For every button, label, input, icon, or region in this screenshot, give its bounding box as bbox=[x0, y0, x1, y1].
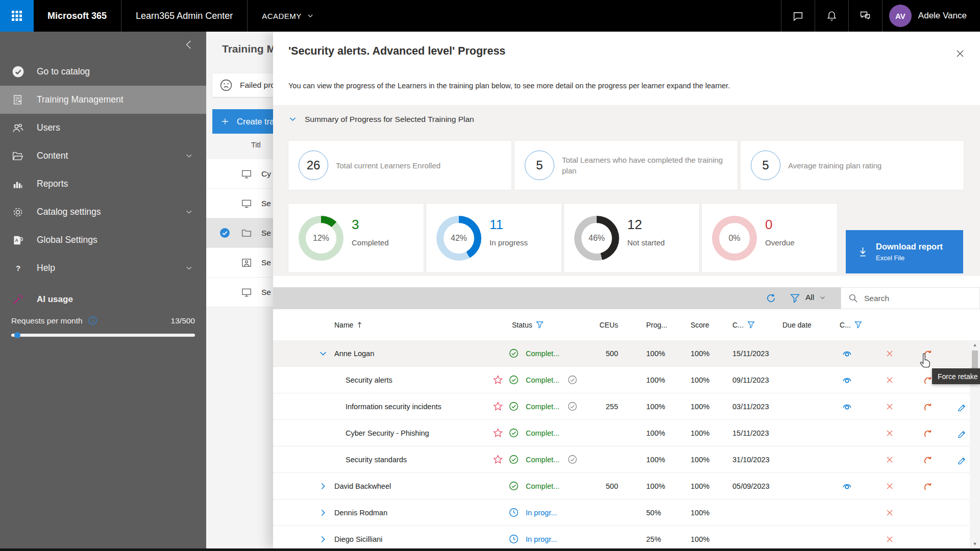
sidebar-item-content[interactable]: Content bbox=[0, 142, 206, 170]
column-completion-date[interactable]: C... bbox=[713, 321, 770, 329]
remove-icon[interactable] bbox=[885, 429, 894, 438]
eye-icon[interactable] bbox=[842, 348, 852, 359]
remove-icon[interactable] bbox=[885, 508, 894, 517]
sidebar-item-training-management[interactable]: Training Management bbox=[0, 86, 206, 114]
chevron-right-icon[interactable] bbox=[318, 508, 328, 517]
sidebar-collapse-button[interactable] bbox=[184, 39, 195, 52]
column-score[interactable]: Score bbox=[667, 321, 713, 329]
donut-chart: 0% bbox=[712, 216, 757, 261]
column-name[interactable]: Name bbox=[334, 321, 487, 329]
force-retake-icon[interactable] bbox=[922, 375, 933, 385]
score-value: 100% bbox=[667, 349, 713, 358]
training-plan-row[interactable]: Se bbox=[206, 278, 273, 307]
learner-name: David Backwheel bbox=[334, 482, 391, 490]
refresh-button[interactable] bbox=[766, 293, 776, 304]
sidebar-item-help[interactable]: ?Help bbox=[0, 254, 206, 282]
close-icon bbox=[954, 48, 966, 59]
force-retake-icon[interactable] bbox=[922, 402, 933, 412]
bell-icon bbox=[826, 10, 838, 22]
chat-button[interactable] bbox=[781, 0, 815, 32]
filter-icon[interactable] bbox=[790, 293, 800, 303]
search-input[interactable] bbox=[864, 294, 966, 303]
training-plan-row[interactable]: Cy bbox=[206, 159, 273, 189]
close-button[interactable] bbox=[954, 48, 967, 60]
notifications-button[interactable] bbox=[815, 0, 848, 32]
download-sublabel: Excel File bbox=[876, 254, 943, 262]
chat-icon bbox=[792, 10, 804, 22]
app-launcher-button[interactable] bbox=[0, 0, 34, 32]
chevron-right-icon[interactable] bbox=[318, 535, 328, 544]
remove-icon[interactable] bbox=[885, 455, 894, 464]
brand-home-link[interactable]: Microsoft 365 bbox=[34, 0, 121, 32]
training-plan-row[interactable]: Se bbox=[206, 248, 273, 278]
monitor-icon bbox=[241, 287, 252, 298]
remove-icon[interactable] bbox=[885, 535, 894, 544]
requests-usage-bar[interactable] bbox=[11, 334, 195, 337]
summary-section-header[interactable]: Summary of Progress for Selected Trainin… bbox=[273, 105, 980, 133]
star-rating-icon[interactable] bbox=[493, 428, 503, 438]
remove-icon[interactable] bbox=[885, 402, 894, 411]
eye-icon[interactable] bbox=[842, 401, 852, 412]
column-ceus[interactable]: CEUs bbox=[595, 321, 618, 329]
requests-per-month-row: Requests per month 13/500 bbox=[0, 312, 206, 325]
filter-funnel-icon[interactable] bbox=[536, 321, 544, 329]
score-value: 100% bbox=[667, 429, 713, 437]
force-retake-icon[interactable] bbox=[922, 481, 933, 491]
tenant-switcher[interactable]: ACADEMY bbox=[248, 0, 328, 32]
product-title[interactable]: Learn365 Admin Center bbox=[121, 0, 248, 32]
force-retake-icon[interactable] bbox=[922, 428, 933, 438]
sidebar-item-global-settings[interactable]: AGlobal Settings bbox=[0, 226, 206, 254]
chevron-down-icon bbox=[819, 294, 826, 301]
user-name: Adele Vance bbox=[918, 11, 967, 21]
failed-publish-banner[interactable]: Failed pro bbox=[212, 73, 273, 97]
info-icon[interactable] bbox=[88, 316, 97, 325]
remove-icon[interactable] bbox=[885, 375, 894, 385]
column-progress[interactable]: Prog... bbox=[618, 321, 667, 329]
column-due-date[interactable]: Due date bbox=[770, 321, 825, 329]
filter-dropdown[interactable]: All bbox=[805, 293, 826, 302]
course-name: Security alerts bbox=[346, 376, 393, 384]
column-certificate[interactable]: C... bbox=[825, 321, 868, 329]
filter-value: All bbox=[805, 293, 814, 302]
edit-icon[interactable] bbox=[957, 428, 967, 438]
verified-check-icon bbox=[568, 375, 577, 385]
star-rating-icon[interactable] bbox=[493, 455, 503, 464]
edit-icon[interactable] bbox=[957, 402, 967, 411]
feedback-button[interactable] bbox=[848, 0, 882, 32]
chevron-right-icon[interactable] bbox=[318, 482, 328, 491]
column-status[interactable]: Status bbox=[508, 321, 595, 329]
sidebar-item-reports[interactable]: Reports bbox=[0, 170, 206, 198]
chevron-down-icon[interactable] bbox=[318, 349, 328, 358]
training-plan-row[interactable]: Se bbox=[206, 189, 273, 218]
progress-value: 100% bbox=[618, 456, 667, 464]
download-report-button[interactable]: Download report Excel File bbox=[846, 230, 963, 273]
product-label: Learn365 Admin Center bbox=[136, 11, 233, 21]
search-field[interactable] bbox=[841, 287, 980, 309]
table-row: Cyber Security - PhishingComplet...100%1… bbox=[273, 420, 980, 446]
force-retake-icon[interactable] bbox=[922, 455, 933, 465]
top-app-bar: Microsoft 365 Learn365 Admin Center ACAD… bbox=[0, 0, 980, 32]
training-plan-row[interactable]: Se bbox=[206, 218, 273, 248]
sidebar-item-label: Content bbox=[37, 151, 68, 161]
title-column-header[interactable]: Titl bbox=[251, 141, 261, 149]
score-value: 100% bbox=[667, 403, 713, 411]
eye-icon[interactable] bbox=[842, 481, 852, 491]
star-rating-icon[interactable] bbox=[493, 402, 503, 411]
star-rating-icon[interactable] bbox=[493, 375, 503, 385]
remove-icon[interactable] bbox=[885, 482, 894, 491]
global-icon: A bbox=[11, 234, 24, 246]
scroll-down-arrow[interactable]: ▼ bbox=[973, 539, 977, 548]
eye-icon[interactable] bbox=[842, 374, 852, 385]
sidebar-item-go-to-catalog[interactable]: Go to catalog bbox=[0, 58, 206, 86]
remove-icon[interactable] bbox=[885, 349, 894, 358]
filter-funnel-icon[interactable] bbox=[747, 321, 755, 329]
sidebar-item-catalog-settings[interactable]: Catalog settings bbox=[0, 198, 206, 226]
sidebar-item-ai-usage[interactable]: AI usage bbox=[0, 287, 206, 312]
scroll-up-arrow[interactable]: ▲ bbox=[973, 340, 977, 349]
edit-icon[interactable] bbox=[957, 455, 967, 464]
account-menu[interactable]: AV Adele Vance bbox=[882, 0, 980, 32]
create-training-plan-button[interactable]: Create tra bbox=[212, 109, 273, 134]
sidebar-item-users[interactable]: Users bbox=[0, 114, 206, 142]
filter-funnel-icon[interactable] bbox=[854, 321, 862, 329]
kpi-value: 26 bbox=[299, 151, 328, 180]
